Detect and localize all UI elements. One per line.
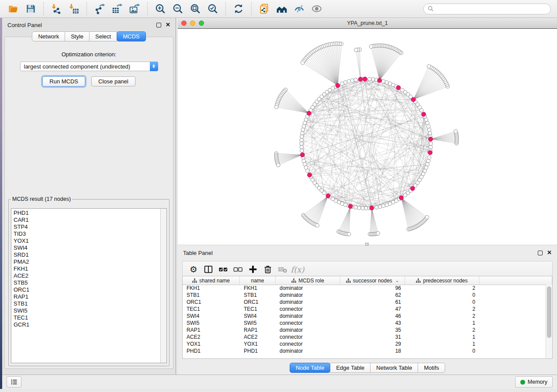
column-header-shared-name[interactable]: shared name (183, 276, 240, 285)
network-node[interactable] (306, 169, 309, 172)
network-node[interactable] (340, 202, 344, 205)
network-node[interactable] (354, 78, 357, 82)
network-node[interactable] (301, 128, 304, 131)
network-node[interactable] (347, 232, 351, 236)
tab-style[interactable]: Style (65, 31, 90, 41)
network-node[interactable] (376, 232, 380, 235)
network-node[interactable] (277, 163, 280, 167)
splitter-handle[interactable] (365, 243, 369, 246)
network-node[interactable] (302, 124, 305, 128)
dominator-node[interactable] (348, 204, 353, 209)
table-row[interactable]: SWI5SWI5connector431 (183, 320, 546, 327)
network-node[interactable] (368, 77, 371, 81)
table-row[interactable]: ACE2ACE2connector311 (183, 334, 546, 340)
close-table-panel-icon[interactable]: ✕ (547, 251, 552, 255)
neighbors-icon[interactable] (275, 2, 288, 15)
network-node[interactable] (344, 203, 347, 206)
network-node[interactable] (385, 203, 388, 206)
network-node[interactable] (427, 124, 430, 128)
network-node[interactable] (385, 81, 388, 84)
mcds-result-item[interactable]: RAP1 (14, 293, 161, 300)
mcds-result-item[interactable]: STB5 (14, 279, 161, 286)
unselect-all-columns-icon[interactable] (231, 263, 246, 276)
network-node[interactable] (381, 79, 385, 83)
table-row[interactable]: TEC1TEC1connector472 (183, 306, 546, 313)
column-header-predecessor-nodes[interactable]: predecessor nodes (405, 276, 479, 285)
network-node[interactable] (322, 191, 326, 195)
run-mcds-button[interactable]: Run MCDS (42, 76, 85, 86)
network-node[interactable] (300, 149, 304, 152)
show-all-icon[interactable] (310, 2, 323, 15)
table-tab-node-table[interactable]: Node Table (290, 363, 331, 373)
table-row[interactable]: ORC1ORC1dominator610 (183, 299, 546, 306)
network-node[interactable] (303, 121, 307, 125)
network-canvas[interactable] (178, 29, 557, 244)
table-tab-motifs[interactable]: Motifs (418, 363, 445, 373)
table-row[interactable]: FKH1FKH1dominator962 (183, 285, 546, 292)
mcds-result-item[interactable]: STP4 (14, 224, 161, 230)
network-node[interactable] (424, 166, 428, 169)
network-node[interactable] (301, 61, 304, 65)
dominator-node[interactable] (422, 112, 426, 117)
table-row[interactable]: STB1STB1dominator620 (183, 292, 546, 299)
search-input[interactable] (436, 5, 547, 12)
network-node[interactable] (454, 130, 457, 133)
mcds-result-item[interactable]: PHD1 (14, 210, 161, 217)
mcds-result-item[interactable]: TID3 (14, 230, 161, 237)
dominator-node[interactable] (399, 196, 404, 200)
network-node[interactable] (427, 159, 430, 162)
network-node[interactable] (300, 142, 303, 145)
network-node[interactable] (429, 142, 432, 145)
new-network-from-selection-icon[interactable] (258, 2, 271, 15)
network-node[interactable] (375, 206, 378, 209)
network-node[interactable] (378, 205, 382, 208)
panel-list-button[interactable] (7, 376, 21, 388)
network-node[interactable] (428, 131, 432, 135)
memory-button[interactable]: Memory (515, 376, 553, 388)
export-network-icon[interactable] (93, 2, 106, 15)
mcds-result-item[interactable]: FKH1 (14, 265, 161, 272)
network-node[interactable] (340, 82, 344, 85)
dominator-node[interactable] (300, 153, 304, 157)
tab-mcds[interactable]: MCDS (117, 31, 145, 41)
result-scrollbar[interactable] (160, 209, 166, 363)
mcds-result-list[interactable]: PHD1CAR1STP4TID3YOX1SWI4SRD1PMA2FKH1ACE2… (11, 209, 161, 363)
dominator-node[interactable] (358, 77, 363, 82)
table-row[interactable]: RAP1RAP1dominator352 (183, 327, 546, 334)
close-panel-button[interactable]: Close panel (91, 76, 135, 86)
mcds-result-item[interactable]: SWI5 (14, 307, 161, 314)
column-header-successor-nodes[interactable]: successor nodes⌄ (340, 276, 405, 285)
table-scrollbar-thumb[interactable] (547, 286, 551, 338)
network-node[interactable] (300, 145, 303, 149)
column-header-MCDS-role[interactable]: MCDS role (276, 276, 340, 285)
search-box[interactable] (423, 3, 551, 14)
dominator-node[interactable] (307, 111, 311, 116)
mcds-result-item[interactable]: SWI4 (14, 244, 161, 251)
network-node[interactable] (354, 48, 358, 52)
import-table-icon[interactable] (67, 2, 80, 15)
network-node[interactable] (427, 65, 431, 68)
table-row[interactable]: YOX1YOX1connector291 (183, 340, 546, 347)
network-node[interactable] (388, 82, 392, 85)
network-node[interactable] (350, 79, 354, 82)
network-node[interactable] (347, 79, 350, 83)
network-node[interactable] (300, 135, 304, 138)
dominator-node[interactable] (370, 206, 374, 210)
float-table-panel-icon[interactable] (538, 251, 543, 255)
dominator-node[interactable] (326, 194, 330, 198)
export-table-icon[interactable] (111, 2, 124, 15)
criterion-select[interactable]: largest connected component (undirected) (20, 62, 158, 71)
network-node[interactable] (427, 156, 431, 159)
network-node[interactable] (429, 145, 432, 149)
network-node[interactable] (302, 159, 305, 162)
dominator-node[interactable] (428, 151, 432, 155)
mcds-result-item[interactable]: PMA2 (14, 258, 161, 265)
open-session-icon[interactable] (7, 2, 20, 15)
network-node[interactable] (381, 204, 385, 208)
mcds-result-item[interactable]: TEC1 (14, 314, 161, 321)
settings-gear-icon[interactable]: ⚙ (186, 263, 201, 276)
table-tab-edge-table[interactable]: Edge Table (330, 363, 370, 373)
network-node[interactable] (357, 206, 361, 210)
zoom-out-icon[interactable] (171, 2, 184, 15)
network-node[interactable] (354, 206, 357, 209)
